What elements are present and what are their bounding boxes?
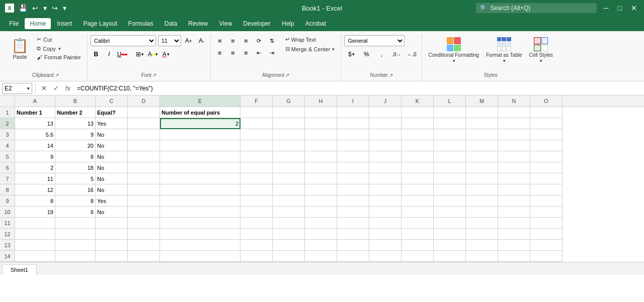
col-header-i[interactable]: I: [337, 95, 369, 107]
cell-E8[interactable]: [160, 184, 240, 195]
cell-K6[interactable]: [401, 162, 434, 173]
cell-D6[interactable]: [128, 162, 160, 173]
cut-button[interactable]: ✂ Cut: [34, 35, 84, 44]
row-header-12[interactable]: 12: [0, 229, 15, 240]
cell-O10[interactable]: [530, 207, 562, 218]
cell-N9[interactable]: [498, 195, 530, 207]
cell-A2[interactable]: 13: [15, 118, 55, 129]
cell-F8[interactable]: [240, 184, 273, 195]
cell-C6[interactable]: No: [96, 162, 128, 173]
cell-M11[interactable]: [466, 218, 498, 229]
number-format-select[interactable]: General: [344, 35, 405, 46]
cell-C10[interactable]: No: [96, 207, 128, 218]
cell-O14[interactable]: [530, 251, 562, 262]
cell-E7[interactable]: [160, 173, 240, 184]
cell-A7[interactable]: 11: [15, 173, 55, 184]
cell-O6[interactable]: [530, 162, 562, 173]
cell-E5[interactable]: [160, 151, 240, 162]
cell-L10[interactable]: [434, 207, 466, 218]
cell-B8[interactable]: 16: [55, 184, 96, 195]
cell-J11[interactable]: [369, 218, 401, 229]
menu-help[interactable]: Help: [277, 18, 299, 29]
cell-E2[interactable]: 2: [160, 118, 240, 129]
text-direction-button[interactable]: ⟳: [253, 35, 265, 46]
increase-font-button[interactable]: A+: [183, 35, 194, 46]
row-header-7[interactable]: 7: [0, 173, 15, 184]
col-header-o[interactable]: O: [530, 95, 562, 107]
cell-F10[interactable]: [240, 207, 273, 218]
cell-H2[interactable]: [305, 118, 337, 129]
cell-H3[interactable]: [305, 129, 337, 140]
row-header-13[interactable]: 13: [0, 240, 15, 251]
cell-O11[interactable]: [530, 218, 562, 229]
cell-O9[interactable]: [530, 195, 562, 207]
cell-G8[interactable]: [273, 184, 305, 195]
cell-A8[interactable]: 12: [15, 184, 55, 195]
cell-J6[interactable]: [369, 162, 401, 173]
cell-O4[interactable]: [530, 140, 562, 151]
cell-N13[interactable]: [498, 240, 530, 251]
cell-D3[interactable]: [128, 129, 160, 140]
row-header-6[interactable]: 6: [0, 162, 15, 173]
cell-C4[interactable]: No: [96, 140, 128, 151]
row-header-3[interactable]: 3: [0, 129, 15, 140]
cell-E14[interactable]: [160, 251, 240, 262]
close-button[interactable]: ✕: [629, 4, 639, 12]
cell-J14[interactable]: [369, 251, 401, 262]
alignment-expand-icon[interactable]: ↗: [285, 72, 289, 78]
col-header-h[interactable]: H: [305, 95, 337, 107]
cell-L1[interactable]: [434, 107, 466, 118]
cell-M12[interactable]: [466, 229, 498, 240]
cell-I4[interactable]: [337, 140, 369, 151]
cell-L11[interactable]: [434, 218, 466, 229]
col-header-k[interactable]: K: [401, 95, 434, 107]
cell-K2[interactable]: [401, 118, 434, 129]
cell-N3[interactable]: [498, 129, 530, 140]
cell-N11[interactable]: [498, 218, 530, 229]
cell-M13[interactable]: [466, 240, 498, 251]
cell-K7[interactable]: [401, 173, 434, 184]
cell-E11[interactable]: [160, 218, 240, 229]
row-header-11[interactable]: 11: [0, 218, 15, 229]
cell-I1[interactable]: [337, 107, 369, 118]
cell-H13[interactable]: [305, 240, 337, 251]
cell-K10[interactable]: [401, 207, 434, 218]
col-header-a[interactable]: A: [15, 95, 55, 107]
cell-B12[interactable]: [55, 229, 96, 240]
cell-O2[interactable]: [530, 118, 562, 129]
cell-F6[interactable]: [240, 162, 273, 173]
align-center-button[interactable]: ≡: [227, 47, 239, 58]
cell-I8[interactable]: [337, 184, 369, 195]
col-header-e[interactable]: E: [160, 95, 240, 107]
cell-J13[interactable]: [369, 240, 401, 251]
cell-F4[interactable]: [240, 140, 273, 151]
cell-I14[interactable]: [337, 251, 369, 262]
cell-D9[interactable]: [128, 195, 160, 207]
cell-F11[interactable]: [240, 218, 273, 229]
row-header-8[interactable]: 8: [0, 184, 15, 195]
cell-H9[interactable]: [305, 195, 337, 207]
minimize-button[interactable]: ─: [602, 4, 611, 12]
cell-A6[interactable]: 2: [15, 162, 55, 173]
cell-D7[interactable]: [128, 173, 160, 184]
cell-M7[interactable]: [466, 173, 498, 184]
cell-F12[interactable]: [240, 229, 273, 240]
cell-M1[interactable]: [466, 107, 498, 118]
decrease-indent-button[interactable]: ⇤: [253, 47, 265, 58]
row-header-5[interactable]: 5: [0, 151, 15, 162]
increase-indent-button[interactable]: ⇥: [266, 47, 278, 58]
cell-K1[interactable]: [401, 107, 434, 118]
cell-G6[interactable]: [273, 162, 305, 173]
cell-E13[interactable]: [160, 240, 240, 251]
cell-C9[interactable]: Yes: [96, 195, 128, 207]
save-button[interactable]: 💾: [17, 3, 29, 13]
cell-I6[interactable]: [337, 162, 369, 173]
cell-L3[interactable]: [434, 129, 466, 140]
cell-G5[interactable]: [273, 151, 305, 162]
redo-button[interactable]: ↪: [50, 3, 59, 13]
col-header-f[interactable]: F: [240, 95, 273, 107]
cell-N7[interactable]: [498, 173, 530, 184]
cell-O3[interactable]: [530, 129, 562, 140]
borders-button[interactable]: ⊞ ▾: [134, 49, 145, 60]
cell-O8[interactable]: [530, 184, 562, 195]
